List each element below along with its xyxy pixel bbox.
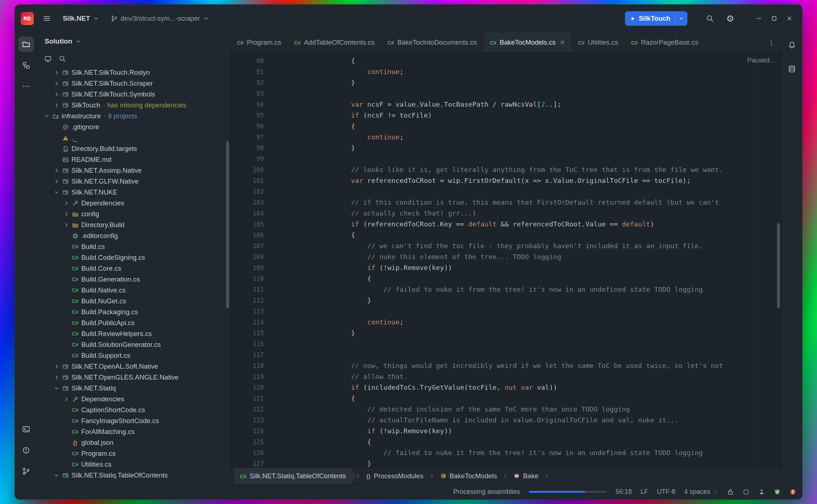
tree-item[interactable]: C#Build.Packaging.cs (37, 307, 230, 317)
chevron-right-icon[interactable] (62, 396, 71, 402)
tree-item[interactable]: C#Build.cs (37, 241, 230, 252)
minimize-button[interactable] (751, 11, 767, 26)
editor-tab[interactable]: C#Utilities.cs (572, 32, 625, 52)
tree-item[interactable]: Dependencies (37, 198, 230, 209)
tree-item[interactable]: Dependencies (37, 394, 230, 405)
vcs-branch-widget[interactable]: dev/3/struct-sym...-scraper (108, 11, 212, 26)
error-indicator[interactable] (789, 488, 796, 495)
breadcrumb-item[interactable]: {}ProcessModules (360, 468, 429, 484)
indent-widget[interactable]: 4 spaces (684, 488, 718, 496)
run-config-dropdown[interactable] (675, 11, 687, 26)
tree-item[interactable]: SilkTouch· has missing dependencies (37, 100, 230, 111)
editor-scrollbar[interactable] (777, 223, 780, 308)
tree-item[interactable]: Silk.NET.Statiq.TableOfContents (37, 470, 230, 481)
caret-position[interactable]: 56:18 (616, 488, 632, 496)
tree-item[interactable]: .gitignore (37, 122, 230, 132)
chevron-down-icon[interactable] (52, 385, 61, 391)
tree-item[interactable]: Silk.NET.NUKE (37, 187, 230, 198)
search-everywhere-button[interactable] (703, 11, 717, 26)
code-editor[interactable]: 90 {91 continue;92 }9394 var ncsF = valu… (230, 53, 781, 467)
inspections-widget[interactable] (774, 488, 781, 495)
editor-tab[interactable]: C#Program.cs (230, 32, 287, 52)
chevron-right-icon[interactable] (62, 211, 71, 217)
readonly-lock-button[interactable] (727, 488, 734, 495)
tab-close-button[interactable] (560, 40, 565, 45)
tree-item[interactable]: Silk.NET.OpenGLES.ANGLE.Native (37, 372, 230, 383)
editor-tab[interactable]: C#RazorPageBase.cs (625, 32, 705, 52)
line-separator[interactable]: LF (641, 488, 648, 496)
tree-item[interactable]: {}global.json (37, 437, 230, 448)
chevron-down-icon[interactable] (52, 189, 61, 195)
tree-item[interactable]: Silk.NET.SilkTouch.Scraper (37, 78, 230, 89)
tree-item[interactable]: C#Build.CodeSigning.cs (37, 252, 230, 263)
run-button[interactable]: SilkTouch (625, 11, 675, 26)
tree-item[interactable]: C#CaptionShortCode.cs (37, 405, 230, 415)
chevron-down-icon[interactable] (52, 472, 61, 478)
scope-icon[interactable] (44, 55, 52, 62)
tree-item[interactable]: C#Build.Support.cs (37, 350, 230, 361)
accessibility-button[interactable] (758, 488, 765, 495)
more-toolwindows-button[interactable] (19, 79, 34, 94)
chevron-right-icon[interactable] (52, 374, 61, 380)
breadcrumb-item[interactable]: Bake (508, 468, 544, 484)
database-toolwindow-button[interactable] (784, 61, 800, 77)
task-progress-bar[interactable] (529, 491, 607, 493)
close-button[interactable] (782, 11, 797, 26)
structure-toolwindow-button[interactable] (19, 58, 34, 73)
chevron-right-icon[interactable] (52, 91, 61, 97)
tree-item[interactable]: C#Build.Generation.cs (37, 274, 230, 285)
maximize-button[interactable] (767, 11, 782, 26)
project-widget[interactable]: Silk.NET (60, 11, 102, 26)
solution-panel-header[interactable]: Solution (37, 32, 230, 50)
file-encoding[interactable]: UTF-8 (657, 488, 675, 496)
vcs-toolwindow-button[interactable] (19, 464, 34, 479)
solution-toolwindow-button[interactable] (19, 37, 34, 52)
chevron-right-icon[interactable] (52, 168, 61, 173)
breadcrumb-item[interactable]: C#Silk.NET.Statiq.TableOfContents (234, 468, 355, 484)
tree-item[interactable]: Silk.NET.Assimp.Native (37, 165, 230, 176)
analysis-status-button[interactable] (743, 488, 749, 495)
editor-tab[interactable]: C#BakeTocIntoDocuments.cs (381, 32, 483, 52)
tree-item[interactable]: infrastructure· 9 projects (37, 111, 230, 122)
tree-item[interactable]: Silk.NET.OpenAL.Soft.Native (37, 361, 230, 372)
breadcrumb-item[interactable]: BakeTocModels (434, 468, 503, 484)
tab-list-button[interactable] (761, 32, 781, 52)
chevron-right-icon[interactable] (52, 179, 61, 184)
main-menu-button[interactable] (40, 11, 54, 26)
tree-item[interactable]: C#Build.Core.cs (37, 263, 230, 274)
chevron-right-icon[interactable] (62, 200, 71, 206)
chevron-right-icon[interactable] (52, 102, 61, 108)
tree-item[interactable]: C#Build.NuGet.cs (37, 296, 230, 307)
search-icon[interactable] (59, 55, 66, 62)
tree-item[interactable]: C#Utilities.cs (37, 459, 230, 470)
tree-item[interactable]: config (37, 209, 230, 220)
editor-tab[interactable]: C#BakeTocModels.cs (483, 32, 572, 52)
chevron-right-icon[interactable] (52, 70, 61, 75)
tree-item[interactable]: ._ (37, 132, 230, 143)
tree-item[interactable]: C#Program.cs (37, 448, 230, 459)
notifications-button[interactable] (784, 37, 800, 53)
tree-item[interactable]: Directory.Build.targets (37, 143, 230, 154)
settings-button[interactable] (723, 11, 738, 26)
tree-item[interactable]: Silk.NET.SilkTouch.Roslyn (37, 67, 230, 78)
solution-tree[interactable]: Silk.NET.SilkTouch.RoslynSilk.NET.SilkTo… (37, 67, 230, 484)
tree-scrollbar[interactable] (226, 141, 229, 308)
tree-item[interactable]: Directory.Build (37, 220, 230, 230)
chevron-right-icon[interactable] (52, 364, 61, 369)
tree-item[interactable]: Silk.NET.SilkTouch.Symbols (37, 89, 230, 100)
tree-item[interactable]: Silk.NET.GLFW.Native (37, 176, 230, 187)
tree-item[interactable]: README.md (37, 154, 230, 165)
tree-item[interactable]: C#Build.SolutionGenerator.cs (37, 339, 230, 350)
tree-item[interactable]: Silk.NET.Statiq (37, 383, 230, 394)
editor-tab[interactable]: C#AddTableOfContents.cs (287, 32, 381, 52)
tree-item[interactable]: C#Build.PublicApi.cs (37, 317, 230, 328)
tree-item[interactable]: C#Build.Native.cs (37, 285, 230, 296)
tree-item[interactable]: .editorconfig (37, 230, 230, 241)
tree-item[interactable]: C#Build.ReviewHelpers.cs (37, 328, 230, 339)
chevron-right-icon[interactable] (52, 81, 61, 86)
chevron-down-icon[interactable] (42, 113, 51, 119)
terminal-toolwindow-button[interactable] (19, 422, 34, 437)
chevron-right-icon[interactable] (62, 222, 71, 228)
tree-item[interactable]: C#ForAllMatching.cs (37, 426, 230, 437)
tree-item[interactable]: C#FancyImageShortCode.cs (37, 415, 230, 426)
